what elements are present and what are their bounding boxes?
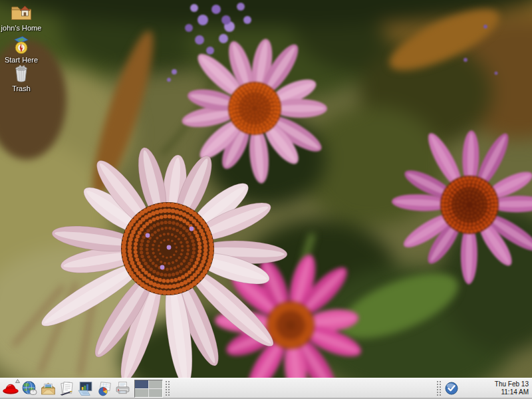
desktop-icon-trash[interactable]: Trash <box>0 63 43 92</box>
wallpaper-coneflowers-photo <box>0 0 532 378</box>
update-notifier-button[interactable] <box>443 379 460 398</box>
email-envelope-icon <box>40 380 57 396</box>
notification-area-handle[interactable] <box>436 380 441 396</box>
word-processor-launcher[interactable] <box>57 378 76 398</box>
workspace-cell-1[interactable] <box>135 380 148 388</box>
desktop-icon-start-here[interactable]: Start Here <box>0 35 43 64</box>
menu-arrow-icon <box>15 379 20 383</box>
workspace-cell-4[interactable] <box>149 389 162 397</box>
web-browser-launcher[interactable] <box>20 378 39 398</box>
writer-documents-pen-icon <box>59 380 75 396</box>
main-menu-button[interactable] <box>1 378 20 398</box>
clock-applet[interactable]: Thu Feb 13 11:14 AM <box>495 380 529 397</box>
workspace-cell-2[interactable] <box>149 380 162 388</box>
start-here-compass-icon <box>11 35 32 55</box>
spreadsheet-launcher[interactable] <box>94 378 113 398</box>
clock-time: 11:14 AM <box>501 388 529 397</box>
desktop-icon-johns-home[interactable]: john's Home <box>0 2 43 32</box>
home-folder-icon <box>9 2 34 23</box>
desktop-icon-label: john's Home <box>1 24 42 32</box>
print-manager-launcher[interactable] <box>113 378 132 398</box>
trash-can-icon <box>12 63 31 83</box>
printer-icon <box>114 380 131 396</box>
email-launcher[interactable] <box>39 378 57 398</box>
workspace-cell-3[interactable] <box>135 389 148 397</box>
presentation-launcher[interactable] <box>76 378 94 398</box>
calc-pie-chart-icon <box>96 380 112 396</box>
desktop-screen: john's Home Start Here Trash <box>0 0 532 399</box>
web-browser-globe-icon <box>21 380 38 396</box>
clock-date: Thu Feb 13 <box>495 380 529 389</box>
panel-drag-handle[interactable] <box>165 380 170 396</box>
bottom-panel: Thu Feb 13 11:14 AM <box>0 378 532 399</box>
desktop[interactable]: john's Home Start Here Trash <box>0 0 532 378</box>
desktop-icon-label: Trash <box>12 84 31 92</box>
impress-chart-screen-icon <box>77 380 94 396</box>
update-check-icon <box>444 381 459 396</box>
workspace-switcher[interactable] <box>134 380 163 398</box>
